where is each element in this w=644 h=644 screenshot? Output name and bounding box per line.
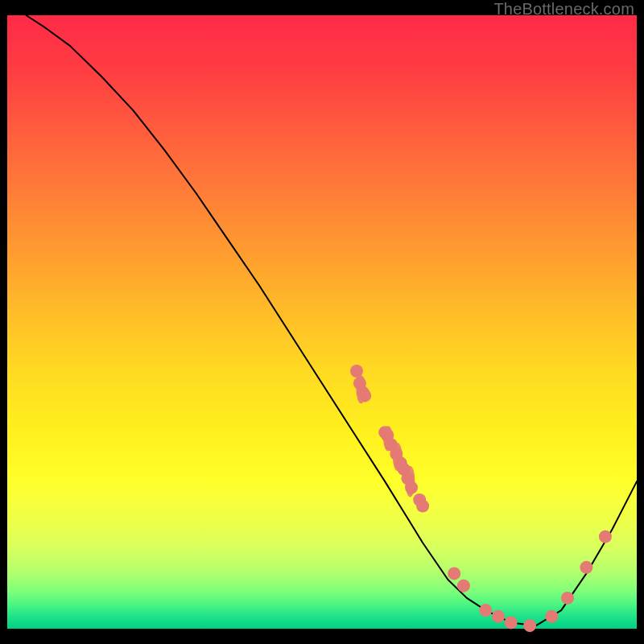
watermark-text: TheBottleneck.com [493, 0, 634, 19]
scatter-group [350, 365, 612, 632]
data-point [561, 592, 574, 605]
data-point [505, 616, 518, 629]
chart-frame: TheBottleneck.com [0, 0, 644, 644]
data-point [492, 610, 505, 623]
data-point [448, 567, 460, 580]
data-point [599, 530, 612, 543]
band-marker [357, 375, 366, 403]
band-marker [383, 426, 393, 451]
data-point [479, 604, 492, 617]
data-point [545, 610, 558, 623]
data-point [457, 580, 470, 592]
bottleneck-curve [27, 15, 638, 625]
chart-svg [7, 15, 637, 629]
band-marker [393, 443, 402, 471]
band-group [357, 375, 415, 497]
band-marker [406, 466, 415, 497]
data-point [416, 500, 429, 513]
data-point [523, 619, 536, 632]
plot-area [7, 15, 637, 629]
data-point [580, 561, 592, 574]
